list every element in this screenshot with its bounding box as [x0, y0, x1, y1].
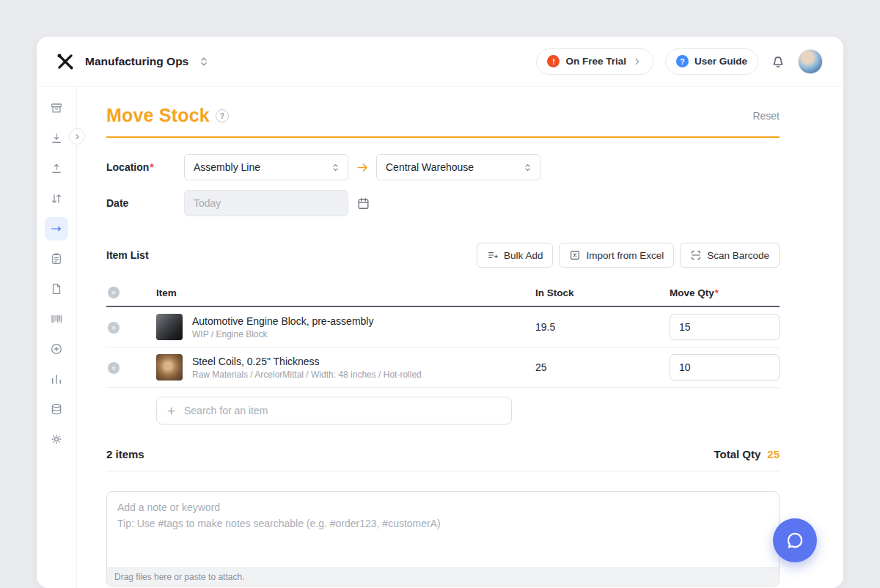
date-label: Date — [106, 197, 184, 209]
chevron-updown-icon — [330, 162, 341, 173]
notes-placeholder: Add a note or keyword Tip: Use #tags to … — [107, 492, 779, 540]
notifications-bell-icon[interactable] — [770, 54, 786, 70]
item-name: Automotive Engine Block, pre-assembly — [192, 315, 373, 327]
sidebar-item-add-item[interactable] — [45, 337, 68, 361]
notes-box[interactable]: Add a note or keyword Tip: Use #tags to … — [106, 491, 780, 587]
adjust-icon — [50, 192, 63, 205]
in-stock-value: 19.5 — [535, 321, 670, 333]
bulk-add-button[interactable]: Bulk Add — [477, 243, 553, 268]
top-bar-actions: ! On Free Trial ? User Guide — [536, 48, 823, 75]
sidebar-expand-button[interactable] — [69, 128, 85, 144]
list-plus-icon — [487, 249, 499, 261]
item-list-header: Item List Bulk Add Import fr — [106, 243, 780, 268]
scan-barcode-label: Scan Barcode — [707, 250, 769, 261]
notes-placeholder-line2: Tip: Use #tags to make notes searchable … — [117, 516, 769, 532]
scan-icon — [690, 249, 702, 261]
add-item-icon — [50, 342, 63, 356]
sidebar-item-stocktake[interactable] — [45, 247, 68, 271]
chat-fab-button[interactable] — [773, 518, 817, 562]
reset-button[interactable]: Reset — [752, 110, 780, 122]
stocktake-icon — [50, 252, 63, 265]
workspace-title: Manufacturing Ops — [85, 55, 188, 68]
sidebar-item-barcode[interactable] — [45, 307, 68, 331]
workspace-brand[interactable]: Manufacturing Ops — [54, 51, 210, 73]
barcode-icon — [50, 312, 63, 326]
sidebar-item-move-stock[interactable] — [45, 217, 68, 240]
date-input[interactable] — [184, 190, 348, 216]
remove-row-icon[interactable]: × — [108, 362, 120, 374]
free-trial-button[interactable]: ! On Free Trial — [536, 48, 653, 75]
items-count: 2 items — [106, 448, 144, 460]
sidebar-item-adjust[interactable] — [45, 187, 68, 210]
item-subtitle: WIP / Engine Block — [192, 329, 373, 339]
item-list-label: Item List — [106, 249, 149, 261]
item-thumbnail — [156, 354, 183, 381]
inventory-icon — [50, 403, 63, 416]
in-stock-value: 25 — [535, 361, 670, 373]
import-excel-button[interactable]: Import from Excel — [559, 243, 674, 268]
location-from-value: Assembly Line — [194, 161, 260, 173]
settings-icon — [50, 433, 63, 446]
location-label: Location* — [106, 161, 184, 173]
calendar-icon[interactable] — [356, 196, 370, 210]
help-icon[interactable]: ? — [216, 109, 229, 122]
question-circle-icon: ? — [676, 55, 689, 67]
top-bar: Manufacturing Ops ! On Free Trial ? User… — [37, 37, 843, 87]
summary-row: 2 items Total Qty 25 — [106, 448, 780, 460]
location-row: Location* Assembly Line Central — [106, 154, 780, 180]
required-mark: * — [150, 161, 153, 173]
total-qty-value: 25 — [767, 448, 780, 460]
sidebar-item-stock-in[interactable] — [45, 127, 68, 150]
app-logo-icon — [54, 51, 76, 73]
bulk-add-label: Bulk Add — [504, 250, 543, 261]
sidebar-item-archive[interactable] — [45, 97, 68, 120]
page-title: Move Stock — [106, 105, 210, 126]
item-search-input[interactable] — [184, 405, 502, 416]
sidebar-item-stock-out[interactable] — [45, 157, 68, 180]
archive-icon — [50, 102, 63, 115]
item-table-header: × Item In Stock Move Qty* — [106, 279, 780, 307]
move-stock-icon — [50, 222, 63, 235]
item-search[interactable] — [156, 397, 512, 425]
item-table: × Item In Stock Move Qty* × Automotive E… — [106, 279, 780, 388]
location-to-value: Central Warehouse — [386, 161, 474, 173]
workspace-switcher-icon[interactable] — [197, 55, 210, 68]
sidebar-item-settings[interactable] — [45, 427, 68, 451]
remove-all-icon[interactable]: × — [108, 287, 120, 298]
scan-barcode-button[interactable]: Scan Barcode — [680, 243, 780, 268]
user-guide-button[interactable]: ? User Guide — [665, 48, 758, 75]
trial-alert-icon: ! — [547, 55, 560, 67]
column-move-qty: Move Qty* — [670, 287, 780, 298]
item-list-actions: Bulk Add Import from Excel — [477, 243, 780, 268]
table-row: × Automotive Engine Block, pre-assembly … — [106, 307, 780, 348]
import-excel-label: Import from Excel — [586, 250, 664, 261]
page-header: Move Stock ? Reset — [106, 105, 780, 138]
date-row: Date — [106, 190, 780, 216]
user-avatar[interactable] — [798, 49, 823, 74]
document-icon — [50, 282, 63, 295]
item-thumbnail — [156, 314, 183, 340]
move-qty-input[interactable] — [670, 354, 780, 381]
notes-placeholder-line1: Add a note or keyword — [117, 500, 769, 516]
trial-label: On Free Trial — [565, 56, 626, 67]
user-guide-label: User Guide — [694, 56, 747, 67]
sidebar-item-analytics[interactable] — [45, 367, 68, 391]
required-mark: * — [715, 287, 719, 298]
attach-hint: Drag files here or paste to attach. — [107, 567, 779, 586]
sidebar-item-inventory[interactable] — [45, 397, 68, 421]
location-to-select[interactable]: Central Warehouse — [376, 154, 540, 180]
total-qty: Total Qty 25 — [714, 448, 780, 460]
chat-bubble-icon — [785, 530, 805, 551]
location-from-select[interactable]: Assembly Line — [184, 154, 348, 180]
app-body: Move Stock ? Reset Location* Assembly Li… — [37, 87, 843, 588]
column-in-stock: In Stock — [535, 287, 670, 298]
transfer-arrow-icon — [348, 161, 376, 174]
move-qty-input[interactable] — [670, 314, 780, 340]
main-content: Move Stock ? Reset Location* Assembly Li… — [77, 87, 843, 588]
item-subtitle: Raw Materials / ArcelorMittal / Width: 4… — [192, 370, 422, 380]
section-divider — [106, 471, 780, 471]
remove-row-icon[interactable]: × — [108, 322, 120, 334]
stock-in-icon — [50, 132, 63, 145]
sidebar-item-document[interactable] — [45, 277, 68, 301]
sidebar-nav — [37, 87, 77, 588]
